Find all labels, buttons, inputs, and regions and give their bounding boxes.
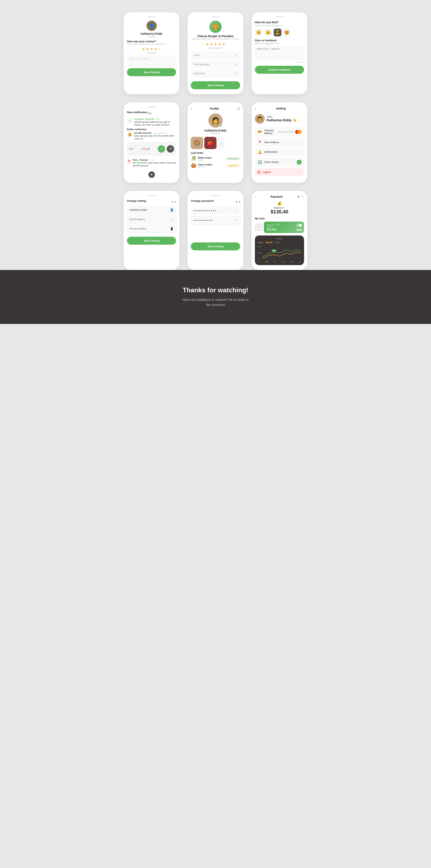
profile-tagline: Eat traveler (191, 132, 240, 134)
food-rating-label: (Very Excelent) (191, 47, 240, 49)
dot-1 (236, 201, 237, 203)
submit-feedback-button[interactable]: Submit Feedback (255, 66, 304, 74)
email-input[interactable] (130, 218, 171, 221)
drag-handle (147, 106, 156, 107)
x-april: April (282, 261, 285, 262)
settings-back-btn[interactable]: ‹ (255, 106, 256, 111)
star-4[interactable]: ★ (154, 47, 157, 51)
change-password-title: Change password (191, 199, 214, 203)
notif-title-1: Complete - Pizza Hut (134, 118, 155, 121)
logout-item[interactable]: ⏻ Logout (255, 168, 304, 176)
profile-back-btn[interactable]: ‹ (191, 106, 192, 111)
star-5[interactable]: ★ (158, 47, 161, 51)
save-setting-button[interactable]: Save Setting (127, 68, 176, 76)
settings-notifications[interactable]: 🔔 Notifications › (255, 148, 304, 156)
old-password-wrap[interactable]: •••••••••••• 👁 (191, 207, 240, 215)
check-icon-3: ✓ (235, 72, 238, 75)
settings-history[interactable]: 🔄 Order History › (255, 158, 304, 167)
checklist-food[interactable]: Good food ✓ (191, 70, 240, 78)
emoji-btn-2[interactable]: 😊 (264, 29, 272, 36)
emoji-btn-3[interactable]: 😎 (274, 29, 281, 36)
chart-card: Week Month Year $225 $100 $0 (255, 236, 304, 265)
visa-logo: VISA (296, 228, 302, 231)
checklist-package[interactable]: Good package ✓ (191, 60, 240, 68)
share-btn[interactable]: ⬆ (297, 195, 300, 198)
history-label: Order History (264, 161, 295, 164)
rating-label: (Excelent) (127, 52, 176, 54)
eye-icon-2[interactable]: 👁 (235, 219, 237, 222)
favorite-btn[interactable]: ♡ (301, 195, 304, 198)
order-name-1: Bakso Super (198, 156, 224, 159)
card-toggle[interactable] (296, 224, 302, 227)
profile-settings-icon[interactable]: ⚙ (237, 106, 240, 111)
balance-chevron: ▾ (284, 207, 285, 209)
food-image: 🍔 (209, 21, 222, 33)
promo-time: 30 min (149, 159, 155, 161)
notif-content-1: Complete - Pizza Hut 4+ Jokowi has been … (134, 118, 176, 126)
chart-tab-month[interactable]: Month (266, 241, 273, 244)
balance-amount: $130,40 (255, 209, 304, 215)
food-rating-stars[interactable]: ★ ★ ★ ★ ★ (191, 42, 240, 46)
food-star-3[interactable]: ★ (214, 42, 217, 46)
notif-time-1: 4+ (156, 118, 160, 121)
comments-label: Additional comments (129, 58, 174, 60)
mastercard-icon (295, 130, 302, 134)
avatar: 👤 (146, 21, 157, 31)
star-2[interactable]: ★ (146, 47, 149, 51)
checklist-clean[interactable]: Clean ✓ (191, 51, 240, 59)
chart-area: $225 $100 $0 $94 (258, 246, 301, 260)
profile-title: Profile (210, 107, 219, 110)
hello-name: Katharina Kiddy 👋 (267, 118, 297, 122)
new-password-wrap[interactable]: •••••••••• 👁 (191, 216, 240, 224)
old-password-dots: •••••••••••• (193, 209, 235, 213)
name-input[interactable] (130, 209, 170, 211)
name-field-wrap[interactable]: 👤 (127, 206, 176, 214)
change-setting-save-button[interactable]: Save Setting (127, 237, 176, 245)
feedback-textarea[interactable] (255, 46, 304, 60)
food-star-4[interactable]: ★ (218, 42, 221, 46)
history-arrow: › (297, 160, 302, 165)
emoji-btn-4[interactable]: 😍 (283, 29, 291, 36)
food-star-2[interactable]: ★ (210, 42, 213, 46)
food-star-1[interactable]: ★ (206, 42, 209, 46)
mastercard-label: Mastercard 3424 (278, 131, 294, 133)
check-icon-1: ✓ (235, 53, 238, 57)
phone-input[interactable] (130, 227, 170, 230)
history-icon: 🔄 (257, 160, 262, 164)
email-field-wrap[interactable]: ✉ (127, 215, 176, 223)
settings-address[interactable]: 📍 Save Address › (255, 138, 304, 147)
comments-box[interactable]: Additional comments (127, 56, 176, 66)
row-3: Change setting 👤 ✉ 📱 (124, 191, 307, 270)
star-1[interactable]: ★ (142, 47, 145, 51)
address-label: Save Address (264, 141, 299, 144)
settings-payment[interactable]: 💳 Payment Method Mastercard 3424 (255, 127, 304, 137)
chart-tab-year[interactable]: Year (275, 241, 279, 244)
eye-icon-1[interactable]: 👁 (235, 209, 238, 212)
food-thumb-2: 🍅 (204, 137, 217, 149)
food-save-button[interactable]: Save Setting (191, 81, 240, 89)
order-item-2: 🍪 Chip Cookies Dessert Strawberry (191, 163, 240, 168)
emoji-btn-1[interactable]: 😊 (255, 29, 263, 36)
accept-button[interactable]: ✓ (158, 145, 165, 153)
balance-emoji: 💰 (255, 201, 304, 206)
phone-field-wrap[interactable]: 📱 (127, 225, 176, 232)
decline-button[interactable]: ✕ (167, 145, 174, 153)
down-button[interactable]: ▼ (148, 172, 155, 178)
phone-icon: 📱 (170, 227, 173, 230)
new-password-dots: •••••••••• (194, 219, 234, 222)
action-btns: ✓ ✕ (158, 145, 174, 153)
gallery-more[interactable]: › (218, 137, 224, 149)
payment-card: ‹ Payment ⬆ ♡ 💰 Balances ▾ $130,40 My Ca… (252, 191, 307, 270)
food-address: 480 Bogen Points Suite 766, Powlews kich… (191, 38, 240, 40)
notifications-label: Notifications (264, 151, 299, 153)
star-3[interactable]: ★ (150, 47, 153, 51)
promo-desc: Get GRABWAE code to your order in Paris … (133, 161, 176, 167)
chart-drag (276, 238, 283, 239)
chart-tab-week[interactable]: Week (258, 241, 263, 244)
online-dot (220, 125, 222, 127)
change-password-save-button[interactable]: Save Setting (191, 242, 240, 250)
rating-stars[interactable]: ★ ★ ★ ★ ★ (127, 47, 176, 51)
settings-header: ‹ Setting (255, 106, 304, 111)
food-star-5[interactable]: ★ (222, 42, 225, 46)
add-card-btn[interactable]: + (255, 224, 262, 231)
